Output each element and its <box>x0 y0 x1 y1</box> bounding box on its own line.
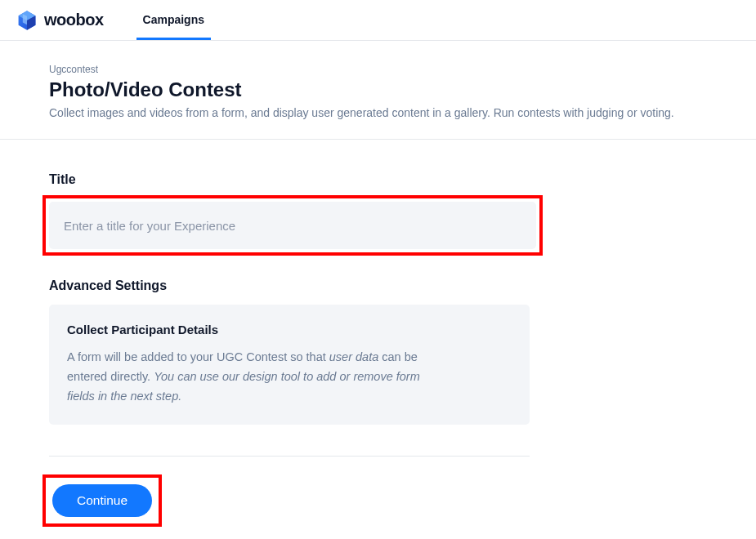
tab-campaigns[interactable]: Campaigns <box>136 0 211 40</box>
page-description: Collect images and videos from a form, a… <box>49 106 707 119</box>
title-label: Title <box>49 172 707 187</box>
title-field-block: Title <box>49 172 707 256</box>
divider <box>49 456 530 457</box>
logo[interactable]: woobox <box>16 10 104 31</box>
form-area: Title Advanced Settings Collect Particip… <box>0 140 756 539</box>
title-input[interactable] <box>49 202 536 249</box>
page-title: Photo/Video Contest <box>49 78 707 101</box>
card-text-italic1: user data <box>329 350 378 363</box>
breadcrumb: Ugccontest <box>49 64 707 75</box>
advanced-settings-label: Advanced Settings <box>49 278 707 293</box>
card-title: Collect Participant Details <box>67 323 512 336</box>
card-text: A form will be added to your UGC Contest… <box>67 348 443 407</box>
title-input-highlight <box>42 195 543 256</box>
card-text-part1: A form will be added to your UGC Contest… <box>67 350 329 363</box>
page-header: Ugccontest Photo/Video Contest Collect i… <box>0 41 756 140</box>
advanced-settings-card: Collect Participant Details A form will … <box>49 305 530 425</box>
brand-name: woobox <box>44 11 104 29</box>
woobox-logo-icon <box>16 10 38 31</box>
continue-button-highlight: Continue <box>42 474 162 527</box>
continue-button[interactable]: Continue <box>52 484 152 517</box>
topbar: woobox Campaigns <box>0 0 756 41</box>
